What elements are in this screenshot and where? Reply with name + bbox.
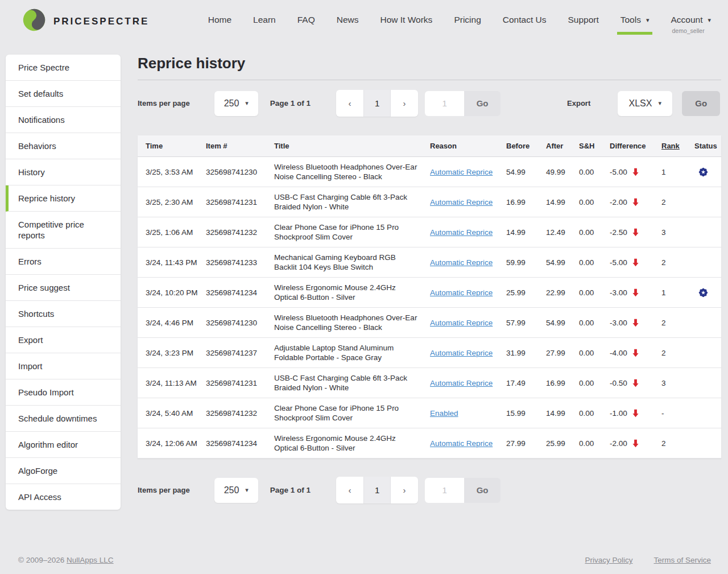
cell-title: Clear Phone Case for iPhone 15 Pro Shock… <box>266 398 422 428</box>
sidebar-item-set-defaults[interactable]: Set defaults <box>6 81 121 107</box>
cell-reason: Automatic Reprice <box>422 308 498 338</box>
cell-after-price: 54.99 <box>538 247 571 278</box>
prev-page-button[interactable]: ‹ <box>336 90 363 117</box>
col-header-rank[interactable]: Rank <box>653 135 686 157</box>
price-decrease-arrow-icon <box>632 439 639 448</box>
cell-time: 3/25, 1:06 AM <box>138 217 198 247</box>
sidebar-item-history[interactable]: History <box>6 159 121 185</box>
sidebar-item-price-spectre[interactable]: Price Spectre <box>6 55 121 81</box>
cell-difference: -2.50 <box>602 217 653 247</box>
reason-link[interactable]: Automatic Reprice <box>430 439 493 448</box>
goto-page-input[interactable] <box>425 478 464 503</box>
col-header-title: Title <box>266 135 422 157</box>
nav-item-support[interactable]: Support <box>568 15 598 25</box>
sidebar-item-export[interactable]: Export <box>6 327 121 353</box>
title-divider <box>138 80 721 80</box>
nav-links: Home Learn FAQ News How It Works Pricing… <box>208 6 711 34</box>
brand-name: Pricespectre <box>53 12 149 28</box>
cell-time: 3/24, 11:43 PM <box>138 247 198 278</box>
goto-page-group: Go <box>425 91 500 116</box>
next-page-button[interactable]: › <box>391 477 418 503</box>
cell-rank: 1 <box>653 157 686 187</box>
prev-page-button[interactable]: ‹ <box>336 477 363 503</box>
nav-dropdown-tools[interactable]: Tools ▾ <box>621 15 650 25</box>
cell-reason: Automatic Reprice <box>422 338 498 368</box>
reason-link[interactable]: Enabled <box>430 409 458 418</box>
page-title: Reprice history <box>138 55 721 72</box>
cell-title: Wireless Bluetooth Headphones Over-Ear N… <box>266 308 422 338</box>
sidebar-item-import[interactable]: Import <box>6 353 121 379</box>
sidebar-item-api-access[interactable]: API Access <box>6 484 121 510</box>
sidebar-item-notifications[interactable]: Notifications <box>6 107 121 133</box>
nav-item-contact-us[interactable]: Contact Us <box>503 15 547 25</box>
export-format-select[interactable]: XLSX ▾ <box>618 91 672 116</box>
sidebar-item-algoforge[interactable]: AlgoForge <box>6 458 121 484</box>
sidebar-item-price-suggest[interactable]: Price suggest <box>6 275 121 301</box>
terms-of-service-link[interactable]: Terms of Service <box>653 556 711 564</box>
price-decrease-arrow-icon <box>632 319 639 327</box>
nav-item-news[interactable]: News <box>337 15 359 25</box>
table-row: 3/24, 10:20 PM 325698741234 Wireless Erg… <box>138 278 721 308</box>
sidebar-item-reprice-history[interactable]: Reprice history <box>6 185 121 212</box>
reason-link[interactable]: Automatic Reprice <box>430 379 493 387</box>
goto-page-input[interactable] <box>425 91 464 116</box>
reason-link[interactable]: Automatic Reprice <box>430 349 493 357</box>
items-per-page-select[interactable]: 250 ▾ <box>214 91 258 116</box>
sidebar-item-pseudo-import[interactable]: Pseudo Import <box>6 379 121 406</box>
items-per-page-select[interactable]: 250 ▾ <box>214 478 258 503</box>
current-page-button[interactable]: 1 <box>363 90 391 117</box>
cell-shipping: 0.00 <box>571 278 602 308</box>
nav-item-pricing[interactable]: Pricing <box>454 15 481 25</box>
sidebar-item-algorithm-editor[interactable]: Algorithm editor <box>6 432 121 458</box>
goto-page-go-button[interactable]: Go <box>464 91 500 116</box>
nav-dropdown-account[interactable]: Account ▾ demo_seller <box>671 15 711 34</box>
cell-time: 3/24, 3:23 PM <box>138 338 198 368</box>
reason-link[interactable]: Automatic Reprice <box>430 288 493 297</box>
cell-title: Wireless Bluetooth Headphones Over-Ear N… <box>266 157 422 187</box>
sidebar-item-competitive-price-reports[interactable]: Competitive price reports <box>6 212 121 249</box>
cell-status <box>686 368 721 398</box>
top-nav: Pricespectre Home Learn FAQ News How It … <box>0 0 728 40</box>
cell-item-number: 325698741230 <box>198 157 266 187</box>
sidebar-item-errors[interactable]: Errors <box>6 249 121 275</box>
goto-page-go-button[interactable]: Go <box>464 478 500 503</box>
chevron-down-icon: ▾ <box>646 17 650 23</box>
company-link[interactable]: NullApps LLC <box>67 556 114 564</box>
cell-shipping: 0.00 <box>571 368 602 398</box>
cell-item-number: 325698741234 <box>198 278 266 308</box>
next-page-button[interactable]: › <box>391 90 418 117</box>
sidebar-item-schedule-downtimes[interactable]: Schedule downtimes <box>6 406 121 432</box>
reason-link[interactable]: Automatic Reprice <box>430 319 493 327</box>
nav-item-faq[interactable]: FAQ <box>297 15 315 25</box>
reason-link[interactable]: Automatic Reprice <box>430 198 493 207</box>
sidebar-item-behaviors[interactable]: Behaviors <box>6 133 121 159</box>
cell-after-price: 14.99 <box>538 398 571 428</box>
cell-time: 3/24, 12:06 AM <box>138 428 198 459</box>
copyright-text: © 2009–2026 NullApps LLC <box>18 556 114 564</box>
export-go-button[interactable]: Go <box>682 91 720 116</box>
nav-item-home[interactable]: Home <box>208 15 231 25</box>
cell-title: Adjustable Laptop Stand Aluminum Foldabl… <box>266 338 422 368</box>
reason-link[interactable]: Automatic Reprice <box>430 228 493 237</box>
cell-time: 3/24, 5:40 AM <box>138 398 198 428</box>
cell-status <box>686 428 721 459</box>
col-header-item: Item # <box>198 135 266 157</box>
cell-time: 3/24, 4:46 PM <box>138 308 198 338</box>
price-decrease-arrow-icon <box>632 379 639 387</box>
nav-item-learn[interactable]: Learn <box>253 15 276 25</box>
cell-reason: Automatic Reprice <box>422 428 498 459</box>
nav-item-how-it-works[interactable]: How It Works <box>380 15 433 25</box>
privacy-policy-link[interactable]: Privacy Policy <box>585 556 632 564</box>
reason-link[interactable]: Automatic Reprice <box>430 258 493 267</box>
cell-difference: -5.00 <box>602 247 653 278</box>
cell-before-price: 27.99 <box>498 428 538 459</box>
cell-shipping: 0.00 <box>571 217 602 247</box>
cell-time: 3/25, 2:30 AM <box>138 187 198 217</box>
reason-link[interactable]: Automatic Reprice <box>430 168 493 176</box>
price-decrease-arrow-icon <box>632 288 639 297</box>
cell-status <box>686 308 721 338</box>
cell-before-price: 15.99 <box>498 398 538 428</box>
current-page-button[interactable]: 1 <box>363 477 391 503</box>
sidebar-item-shortcuts[interactable]: Shortcuts <box>6 301 121 327</box>
brand-link[interactable]: Pricespectre <box>23 9 149 31</box>
